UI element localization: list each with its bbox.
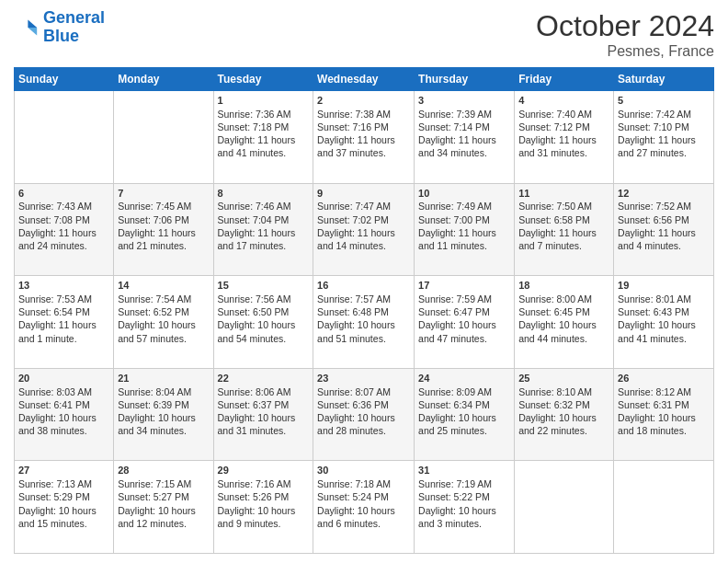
day-info: Sunset: 6:45 PM (518, 305, 609, 318)
day-number: 2 (317, 94, 410, 108)
day-info: Daylight: 11 hours and 7 minutes. (518, 226, 609, 252)
day-number: 3 (418, 94, 510, 108)
column-header-sunday: Sunday (15, 68, 114, 91)
day-info: Daylight: 10 hours and 25 minutes. (418, 411, 510, 437)
calendar-cell: 9Sunrise: 7:47 AMSunset: 7:02 PMDaylight… (313, 183, 415, 276)
calendar-cell: 2Sunrise: 7:38 AMSunset: 7:16 PMDaylight… (313, 91, 415, 184)
calendar-cell: 10Sunrise: 7:49 AMSunset: 7:00 PMDayligh… (415, 183, 515, 276)
day-number: 15 (218, 279, 310, 293)
day-info: Sunrise: 8:06 AM (218, 385, 310, 398)
day-number: 7 (118, 187, 209, 201)
column-header-monday: Monday (114, 68, 213, 91)
column-header-friday: Friday (515, 68, 614, 91)
day-info: Daylight: 11 hours and 34 minutes. (418, 133, 510, 159)
title-block: October 2024 Pesmes, France (536, 9, 714, 60)
day-info: Sunset: 7:18 PM (218, 121, 310, 133)
calendar-cell (114, 91, 213, 184)
day-number: 20 (18, 372, 109, 385)
location-title: Pesmes, France (536, 43, 714, 60)
day-info: Daylight: 11 hours and 24 minutes. (18, 226, 109, 252)
day-info: Sunset: 7:12 PM (518, 121, 609, 133)
week-row-2: 6Sunrise: 7:43 AMSunset: 7:08 PMDaylight… (15, 183, 714, 276)
calendar-cell: 11Sunrise: 7:50 AMSunset: 6:58 PMDayligh… (515, 183, 614, 276)
day-info: Sunrise: 8:03 AM (18, 385, 109, 398)
day-info: Daylight: 10 hours and 15 minutes. (18, 504, 109, 530)
day-info: Sunrise: 7:47 AM (317, 200, 410, 213)
day-info: Sunrise: 8:04 AM (118, 385, 209, 398)
calendar-cell: 14Sunrise: 7:54 AMSunset: 6:52 PMDayligh… (114, 276, 213, 369)
day-info: Sunset: 6:50 PM (218, 305, 310, 318)
day-info: Sunset: 6:54 PM (18, 305, 109, 318)
day-info: Sunset: 6:39 PM (118, 398, 209, 411)
day-number: 11 (518, 187, 609, 201)
day-info: Sunrise: 8:07 AM (317, 385, 410, 398)
day-info: Daylight: 10 hours and 34 minutes. (118, 411, 209, 437)
column-header-saturday: Saturday (614, 68, 714, 91)
day-number: 13 (18, 279, 109, 293)
day-info: Sunset: 6:41 PM (18, 398, 109, 411)
calendar-cell: 15Sunrise: 7:56 AMSunset: 6:50 PMDayligh… (213, 276, 313, 369)
day-info: Daylight: 11 hours and 21 minutes. (118, 226, 209, 252)
day-info: Sunrise: 8:00 AM (518, 293, 609, 305)
day-info: Daylight: 10 hours and 54 minutes. (218, 318, 310, 344)
calendar-cell (614, 461, 714, 554)
logo-line2: Blue (43, 27, 79, 45)
day-info: Daylight: 11 hours and 4 minutes. (618, 226, 710, 252)
day-info: Sunrise: 7:43 AM (18, 200, 109, 213)
calendar-cell: 28Sunrise: 7:15 AMSunset: 5:27 PMDayligh… (114, 461, 213, 554)
day-info: Daylight: 10 hours and 41 minutes. (618, 318, 710, 344)
week-row-3: 13Sunrise: 7:53 AMSunset: 6:54 PMDayligh… (15, 276, 714, 369)
day-number: 21 (118, 372, 209, 385)
day-info: Daylight: 10 hours and 28 minutes. (317, 411, 410, 437)
logo-line1: General (43, 8, 105, 27)
day-info: Sunset: 6:37 PM (218, 398, 310, 411)
calendar-cell: 16Sunrise: 7:57 AMSunset: 6:48 PMDayligh… (313, 276, 415, 369)
day-info: Sunset: 5:29 PM (18, 490, 109, 503)
day-number: 24 (418, 372, 510, 385)
column-header-wednesday: Wednesday (313, 68, 415, 91)
day-number: 12 (618, 187, 710, 201)
day-number: 28 (118, 464, 209, 477)
day-info: Daylight: 10 hours and 31 minutes. (218, 411, 310, 437)
calendar-cell (515, 461, 614, 554)
calendar-cell: 12Sunrise: 7:52 AMSunset: 6:56 PMDayligh… (614, 183, 714, 276)
day-info: Sunrise: 8:09 AM (418, 385, 510, 398)
logo-text: General Blue (43, 9, 105, 46)
column-header-thursday: Thursday (415, 68, 515, 91)
day-info: Sunset: 5:24 PM (317, 490, 410, 503)
day-number: 23 (317, 372, 410, 385)
calendar-cell: 5Sunrise: 7:42 AMSunset: 7:10 PMDaylight… (614, 91, 714, 184)
week-row-1: 1Sunrise: 7:36 AMSunset: 7:18 PMDaylight… (15, 91, 714, 184)
day-info: Sunset: 5:22 PM (418, 490, 510, 503)
day-info: Sunset: 6:36 PM (317, 398, 410, 411)
calendar-cell: 17Sunrise: 7:59 AMSunset: 6:47 PMDayligh… (415, 276, 515, 369)
calendar-cell: 1Sunrise: 7:36 AMSunset: 7:18 PMDaylight… (213, 91, 313, 184)
day-number: 19 (618, 279, 710, 293)
day-info: Daylight: 10 hours and 3 minutes. (418, 504, 510, 530)
svg-marker-0 (28, 19, 37, 27)
calendar-cell: 3Sunrise: 7:39 AMSunset: 7:14 PMDaylight… (415, 91, 515, 184)
day-number: 18 (518, 279, 609, 293)
day-info: Sunset: 7:02 PM (317, 213, 410, 226)
day-info: Daylight: 11 hours and 27 minutes. (618, 133, 710, 159)
calendar-cell: 21Sunrise: 8:04 AMSunset: 6:39 PMDayligh… (114, 368, 213, 461)
calendar-cell: 22Sunrise: 8:06 AMSunset: 6:37 PMDayligh… (213, 368, 313, 461)
svg-marker-1 (28, 28, 37, 35)
day-info: Sunset: 6:47 PM (418, 305, 510, 318)
calendar-header-row: SundayMondayTuesdayWednesdayThursdayFrid… (15, 68, 714, 91)
day-info: Sunrise: 7:59 AM (418, 293, 510, 305)
day-info: Sunrise: 7:13 AM (18, 477, 109, 490)
calendar-cell: 13Sunrise: 7:53 AMSunset: 6:54 PMDayligh… (15, 276, 114, 369)
day-info: Sunset: 7:06 PM (118, 213, 209, 226)
day-info: Daylight: 10 hours and 57 minutes. (118, 318, 209, 344)
day-info: Daylight: 10 hours and 51 minutes. (317, 318, 410, 344)
day-number: 9 (317, 187, 410, 201)
day-info: Sunset: 7:04 PM (218, 213, 310, 226)
day-number: 31 (418, 464, 510, 477)
day-number: 16 (317, 279, 410, 293)
day-info: Sunset: 6:52 PM (118, 305, 209, 318)
day-info: Sunrise: 8:10 AM (518, 385, 609, 398)
day-info: Sunrise: 7:57 AM (317, 293, 410, 305)
calendar-cell (15, 91, 114, 184)
day-info: Sunset: 6:32 PM (518, 398, 609, 411)
